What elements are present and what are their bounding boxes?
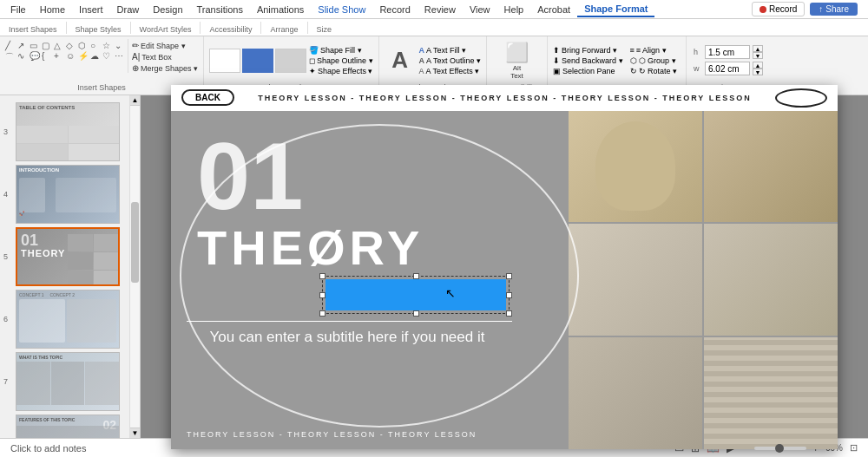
height-input[interactable] (705, 45, 750, 59)
menu-acrobat[interactable]: Acrobat (530, 3, 577, 16)
curve-icon[interactable]: ⌒ (5, 51, 16, 63)
notes-hint[interactable]: Click to add notes (10, 443, 86, 454)
group-button[interactable]: ⬡ ⬡ Group ▾ (630, 56, 678, 65)
slide-thumb-4[interactable]: 4 INTRODUCTION 🚀 (16, 165, 126, 224)
shape-outline-button[interactable]: ◻ Shape Outline ▾ (309, 56, 373, 65)
text-fill-button[interactable]: A A Text Fill ▾ (419, 46, 481, 55)
height-down-spinner[interactable]: ▼ (753, 52, 763, 59)
share-button[interactable]: ↑ Share (810, 3, 858, 16)
slide-thumb-5[interactable]: 5 01 THEORY (16, 227, 126, 286)
slide-thumb-7[interactable]: 7 WHAT IS THIS TOPIC (16, 352, 126, 411)
edit-shape-button[interactable]: ✏ Edit Shape ▾ (132, 41, 198, 50)
rotate-button[interactable]: ↻ ↻ Rotate ▾ (630, 67, 678, 75)
slide-canvas[interactable]: BACK THEORY LESSON - THEORY LESSON - THE… (171, 85, 838, 449)
send-backward-button[interactable]: ⬇ Send Backward ▾ (553, 56, 623, 65)
scroll-down-button[interactable]: ▼ (130, 428, 140, 438)
text-fill-icon: A (419, 46, 425, 55)
align-button[interactable]: ≡ ≡ Align ▾ (630, 46, 678, 55)
share-icon: ↑ (819, 4, 823, 14)
callout-icon[interactable]: 💬 (30, 51, 41, 63)
slide-thumb-3[interactable]: 3 TABLE OF CONTENTS (16, 102, 126, 161)
wordart-a-icon[interactable]: A (385, 45, 416, 76)
menu-help[interactable]: Help (497, 3, 531, 16)
plus-icon[interactable]: + (54, 51, 65, 63)
handle-mr[interactable] (506, 292, 512, 298)
shape-effects-button[interactable]: ✦ Shape Effects ▾ (309, 67, 373, 75)
width-down-spinner[interactable]: ▼ (753, 69, 763, 75)
alt-text-label: AltText (510, 64, 523, 80)
bring-forward-button[interactable]: ⬆ Bring Forward ▾ (553, 46, 623, 55)
star-icon[interactable]: ☆ (102, 41, 114, 50)
handle-ml[interactable] (319, 292, 326, 298)
style-box-3[interactable] (275, 49, 306, 73)
menu-file[interactable]: File (3, 3, 33, 16)
fit-slide-button[interactable]: ⊡ (850, 442, 858, 454)
text-effects-icon: A (419, 67, 424, 75)
menu-insert[interactable]: Insert (72, 3, 110, 16)
menu-shape-format[interactable]: Shape Format (577, 2, 654, 17)
menu-transitions[interactable]: Transitions (190, 3, 250, 16)
scroll-thumb[interactable] (131, 202, 139, 283)
more-icon[interactable]: ⋯ (115, 51, 126, 63)
subtitle-text[interactable]: You can enter a subtitle here if you nee… (187, 326, 508, 349)
ribbon-size-tab: Size (312, 23, 338, 36)
align-icon: ≡ (630, 46, 635, 55)
menu-review[interactable]: Review (418, 3, 463, 16)
textbox-icon: A| (132, 52, 140, 62)
menu-home[interactable]: Home (33, 3, 72, 16)
oval-icon[interactable]: ○ (90, 41, 102, 50)
menu-slideshow[interactable]: Slide Show (311, 3, 372, 16)
scroll-up-button[interactable]: ▲ (130, 95, 140, 106)
ribbon-accessibility-tab: Accessibility (204, 23, 257, 36)
freeform-icon[interactable]: ∿ (17, 51, 29, 63)
menu-record[interactable]: Record (372, 3, 417, 16)
text-outline-button[interactable]: A A Text Outline ▾ (419, 56, 481, 65)
shape-fill-button[interactable]: 🪣 Shape Fill ▾ (309, 46, 373, 55)
slide-num-5: 5 (3, 252, 8, 261)
alt-text-button[interactable]: ⬜ AltText (502, 40, 532, 82)
slide-header-title: THEORY LESSON - THEORY LESSON - THEORY L… (258, 94, 752, 102)
triangle-icon[interactable]: △ (54, 41, 65, 50)
style-box-1[interactable] (209, 49, 240, 73)
text-box-button[interactable]: A| Text Box (132, 52, 198, 62)
width-input[interactable] (705, 62, 750, 75)
slide-thumb-8[interactable]: 8 FEATURES OF THIS TOPIC 02 (16, 415, 126, 438)
menu-design[interactable]: Design (146, 3, 189, 16)
diamond-icon[interactable]: ◇ (66, 41, 77, 50)
menu-animations[interactable]: Animations (250, 3, 311, 16)
smiley-icon[interactable]: ☺ (66, 51, 77, 63)
more-shapes-icon[interactable]: ⌄ (115, 41, 126, 50)
selection-pane-button[interactable]: ▣ Selection Pane (553, 67, 623, 75)
hexagon-icon[interactable]: ⬡ (78, 41, 89, 50)
rounded-rect-icon[interactable]: ▢ (42, 41, 53, 50)
cloud-icon[interactable]: ☁ (90, 51, 102, 63)
menu-draw[interactable]: Draw (110, 3, 147, 16)
shape-fill-icon: 🪣 (309, 46, 319, 55)
style-box-2[interactable] (242, 49, 273, 73)
lightning-icon[interactable]: ⚡ (78, 51, 89, 63)
handle-tl[interactable] (319, 273, 326, 279)
rect-icon[interactable]: ▭ (30, 41, 41, 50)
width-up-spinner[interactable]: ▲ (753, 62, 763, 69)
slide-header: BACK THEORY LESSON - THEORY LESSON - THE… (171, 85, 838, 111)
merge-shapes-button[interactable]: ⊕ Merge Shapes ▾ (132, 63, 198, 73)
slide-thumb-6[interactable]: 6 CONCEPT 1 CONCEPT 2 (16, 290, 126, 349)
handle-bm[interactable] (413, 310, 419, 317)
line-icon[interactable]: ╱ (5, 41, 16, 50)
text-effects-button[interactable]: A A Text Effects ▾ (419, 67, 481, 75)
arrow-icon[interactable]: ↗ (17, 41, 29, 50)
blue-shape[interactable] (326, 279, 506, 310)
handle-tr[interactable] (506, 273, 512, 279)
record-button[interactable]: Record (752, 2, 805, 16)
brace-icon[interactable]: { (42, 51, 53, 63)
handle-br[interactable] (506, 310, 512, 317)
menu-view[interactable]: View (463, 3, 497, 16)
handle-bl[interactable] (319, 310, 326, 317)
back-button[interactable]: BACK (181, 89, 234, 106)
heart-icon[interactable]: ♡ (102, 51, 114, 63)
height-up-spinner[interactable]: ▲ (753, 45, 763, 52)
ribbon-area: Insert Shapes (3, 23, 62, 36)
selected-shape-container[interactable] (326, 279, 506, 310)
zoom-slider[interactable] (754, 447, 806, 450)
handle-tm[interactable] (413, 273, 419, 279)
